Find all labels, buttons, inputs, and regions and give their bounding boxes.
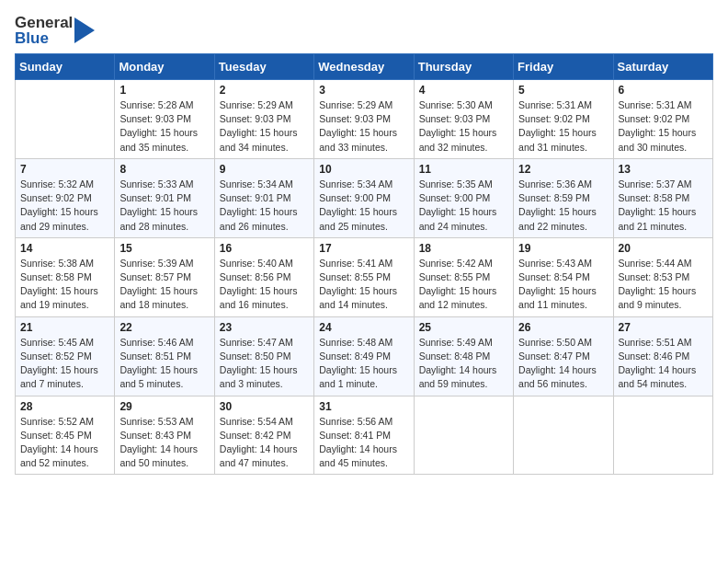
calendar-cell: 1Sunrise: 5:28 AMSunset: 9:03 PMDaylight… [115, 80, 214, 159]
cell-content: Sunrise: 5:31 AMSunset: 9:02 PMDaylight:… [518, 98, 608, 155]
logo: General Blue [15, 15, 95, 46]
cell-content: Sunrise: 5:47 AMSunset: 8:50 PMDaylight:… [220, 336, 309, 392]
calendar-cell: 12Sunrise: 5:36 AMSunset: 8:59 PMDayligh… [514, 158, 613, 237]
day-number: 16 [220, 242, 309, 255]
cell-content: Sunrise: 5:31 AMSunset: 9:02 PMDaylight:… [619, 98, 708, 155]
day-number: 1 [119, 84, 209, 97]
day-number: 12 [518, 163, 608, 176]
cell-content: Sunrise: 5:34 AMSunset: 9:01 PMDaylight:… [220, 178, 309, 234]
calendar-cell: 15Sunrise: 5:39 AMSunset: 8:57 PMDayligh… [115, 237, 214, 316]
calendar-cell: 9Sunrise: 5:34 AMSunset: 9:01 PMDaylight… [214, 158, 313, 237]
cell-content: Sunrise: 5:48 AMSunset: 8:49 PMDaylight:… [319, 336, 408, 392]
cell-content: Sunrise: 5:50 AMSunset: 8:47 PMDaylight:… [518, 336, 608, 392]
day-number: 7 [20, 163, 109, 176]
calendar-cell: 8Sunrise: 5:33 AMSunset: 9:01 PMDaylight… [115, 158, 214, 237]
day-number: 24 [319, 321, 408, 334]
day-number: 31 [319, 400, 408, 413]
day-number: 26 [518, 321, 608, 334]
cell-content: Sunrise: 5:53 AMSunset: 8:43 PMDaylight:… [119, 415, 209, 471]
day-number: 27 [619, 321, 708, 334]
calendar-cell: 13Sunrise: 5:37 AMSunset: 8:58 PMDayligh… [613, 158, 712, 237]
week-row-3: 14Sunrise: 5:38 AMSunset: 8:58 PMDayligh… [16, 237, 713, 316]
calendar-table: SundayMondayTuesdayWednesdayThursdayFrid… [15, 53, 713, 475]
calendar-cell: 27Sunrise: 5:51 AMSunset: 8:46 PMDayligh… [613, 316, 712, 396]
cell-content: Sunrise: 5:39 AMSunset: 8:57 PMDaylight:… [119, 257, 209, 313]
week-row-5: 28Sunrise: 5:52 AMSunset: 8:45 PMDayligh… [16, 396, 713, 475]
calendar-cell: 30Sunrise: 5:54 AMSunset: 8:42 PMDayligh… [214, 396, 313, 475]
calendar-cell: 5Sunrise: 5:31 AMSunset: 9:02 PMDaylight… [514, 80, 613, 159]
day-number: 14 [20, 242, 109, 255]
calendar-cell [16, 80, 115, 159]
logo-chevron-icon [74, 17, 95, 43]
day-number: 9 [220, 163, 309, 176]
day-number: 21 [20, 321, 109, 334]
calendar-cell: 25Sunrise: 5:49 AMSunset: 8:48 PMDayligh… [414, 316, 513, 396]
calendar-cell: 17Sunrise: 5:41 AMSunset: 8:55 PMDayligh… [314, 237, 414, 316]
week-row-2: 7Sunrise: 5:32 AMSunset: 9:02 PMDaylight… [16, 158, 713, 237]
calendar-cell: 6Sunrise: 5:31 AMSunset: 9:02 PMDaylight… [613, 80, 712, 159]
calendar-cell: 7Sunrise: 5:32 AMSunset: 9:02 PMDaylight… [16, 158, 115, 237]
day-number: 28 [20, 400, 109, 413]
calendar-cell: 29Sunrise: 5:53 AMSunset: 8:43 PMDayligh… [115, 396, 214, 475]
cell-content: Sunrise: 5:30 AMSunset: 9:03 PMDaylight:… [419, 98, 508, 155]
day-number: 29 [119, 400, 209, 413]
calendar-cell [514, 396, 613, 475]
calendar-cell [414, 396, 513, 475]
cell-content: Sunrise: 5:33 AMSunset: 9:01 PMDaylight:… [119, 178, 209, 234]
calendar-cell: 18Sunrise: 5:42 AMSunset: 8:55 PMDayligh… [414, 237, 513, 316]
day-number: 8 [119, 163, 209, 176]
weekday-header-row: SundayMondayTuesdayWednesdayThursdayFrid… [16, 54, 713, 80]
calendar-cell: 10Sunrise: 5:34 AMSunset: 9:00 PMDayligh… [314, 158, 414, 237]
weekday-header-monday: Monday [115, 54, 214, 80]
cell-content: Sunrise: 5:34 AMSunset: 9:00 PMDaylight:… [319, 178, 408, 234]
weekday-header-friday: Friday [514, 54, 613, 80]
calendar-cell: 24Sunrise: 5:48 AMSunset: 8:49 PMDayligh… [314, 316, 414, 396]
weekday-header-saturday: Saturday [613, 54, 712, 80]
cell-content: Sunrise: 5:44 AMSunset: 8:53 PMDaylight:… [619, 257, 708, 313]
cell-content: Sunrise: 5:28 AMSunset: 9:03 PMDaylight:… [119, 98, 209, 155]
cell-content: Sunrise: 5:54 AMSunset: 8:42 PMDaylight:… [220, 415, 309, 471]
logo-general: General [15, 15, 73, 30]
cell-content: Sunrise: 5:42 AMSunset: 8:55 PMDaylight:… [419, 257, 508, 313]
calendar-cell: 19Sunrise: 5:43 AMSunset: 8:54 PMDayligh… [514, 237, 613, 316]
day-number: 3 [319, 84, 408, 97]
svg-marker-0 [74, 17, 95, 43]
cell-content: Sunrise: 5:51 AMSunset: 8:46 PMDaylight:… [619, 336, 708, 392]
calendar-cell: 2Sunrise: 5:29 AMSunset: 9:03 PMDaylight… [214, 80, 313, 159]
logo-blue: Blue [15, 30, 73, 46]
calendar-cell: 20Sunrise: 5:44 AMSunset: 8:53 PMDayligh… [613, 237, 712, 316]
cell-content: Sunrise: 5:40 AMSunset: 8:56 PMDaylight:… [220, 257, 309, 313]
day-number: 13 [619, 163, 708, 176]
cell-content: Sunrise: 5:38 AMSunset: 8:58 PMDaylight:… [20, 257, 109, 313]
day-number: 18 [419, 242, 508, 255]
calendar-cell: 16Sunrise: 5:40 AMSunset: 8:56 PMDayligh… [214, 237, 313, 316]
page-header: General Blue [15, 15, 713, 46]
day-number: 25 [419, 321, 508, 334]
cell-content: Sunrise: 5:35 AMSunset: 9:00 PMDaylight:… [419, 178, 508, 234]
cell-content: Sunrise: 5:36 AMSunset: 8:59 PMDaylight:… [518, 178, 608, 234]
weekday-header-wednesday: Wednesday [314, 54, 414, 80]
day-number: 22 [119, 321, 209, 334]
calendar-cell: 3Sunrise: 5:29 AMSunset: 9:03 PMDaylight… [314, 80, 414, 159]
calendar-cell: 4Sunrise: 5:30 AMSunset: 9:03 PMDaylight… [414, 80, 513, 159]
calendar-cell: 26Sunrise: 5:50 AMSunset: 8:47 PMDayligh… [514, 316, 613, 396]
day-number: 5 [518, 84, 608, 97]
cell-content: Sunrise: 5:29 AMSunset: 9:03 PMDaylight:… [220, 98, 309, 155]
day-number: 30 [220, 400, 309, 413]
cell-content: Sunrise: 5:32 AMSunset: 9:02 PMDaylight:… [20, 178, 109, 234]
weekday-header-thursday: Thursday [414, 54, 513, 80]
calendar-cell: 11Sunrise: 5:35 AMSunset: 9:00 PMDayligh… [414, 158, 513, 237]
day-number: 23 [220, 321, 309, 334]
weekday-header-sunday: Sunday [16, 54, 115, 80]
day-number: 20 [619, 242, 708, 255]
cell-content: Sunrise: 5:41 AMSunset: 8:55 PMDaylight:… [319, 257, 408, 313]
calendar-cell: 21Sunrise: 5:45 AMSunset: 8:52 PMDayligh… [16, 316, 115, 396]
cell-content: Sunrise: 5:52 AMSunset: 8:45 PMDaylight:… [20, 415, 109, 471]
weekday-header-tuesday: Tuesday [214, 54, 313, 80]
cell-content: Sunrise: 5:46 AMSunset: 8:51 PMDaylight:… [119, 336, 209, 392]
cell-content: Sunrise: 5:37 AMSunset: 8:58 PMDaylight:… [619, 178, 708, 234]
calendar-cell [613, 396, 712, 475]
week-row-4: 21Sunrise: 5:45 AMSunset: 8:52 PMDayligh… [16, 316, 713, 396]
day-number: 10 [319, 163, 408, 176]
day-number: 17 [319, 242, 408, 255]
